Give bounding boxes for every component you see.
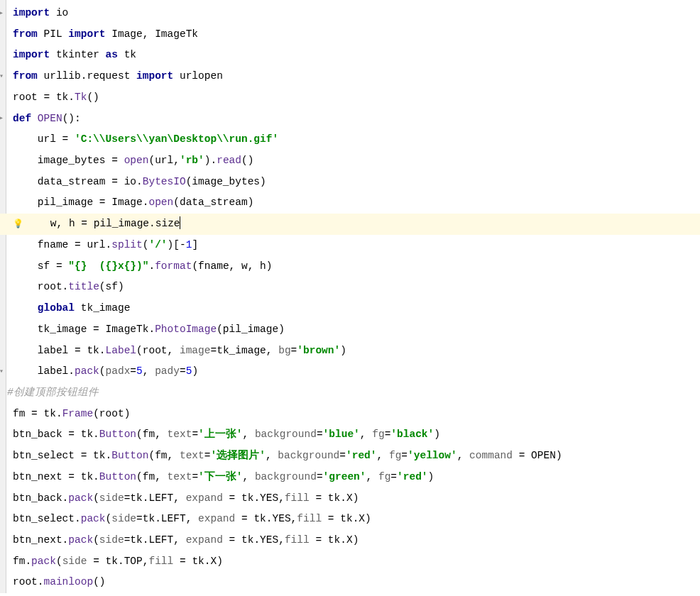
code-text: , [366, 471, 378, 482]
code-line-active[interactable]: 💡 w, h = pil_image.size [0, 214, 700, 235]
code-text: btn_select = tk. [13, 450, 111, 461]
param: text [168, 471, 192, 482]
code-text: (url, [148, 155, 180, 166]
call: mainloop [44, 576, 94, 587]
code-text: (root) [93, 408, 130, 419]
code-line[interactable]: btn_back.pack(side=tk.LEFT, expand = tk.… [0, 488, 700, 509]
call: open [124, 155, 149, 166]
call: Frame [62, 408, 94, 419]
comment: #创建顶部按钮组件 [7, 387, 99, 398]
code-text: = [192, 429, 198, 440]
code-line[interactable]: tk_image = ImageTk.PhotoImage(pil_image) [0, 319, 700, 341]
code-line[interactable]: btn_next = tk.Button(fm, text='下一张', bac… [0, 467, 700, 488]
code-text: data_stream = io. [13, 176, 143, 187]
param: fill [297, 513, 328, 524]
code-line[interactable]: btn_next.pack(side=tk.LEFT, expand = tk.… [0, 530, 700, 551]
code-text: url = [13, 133, 75, 145]
code-text: , [457, 450, 469, 461]
code-text: urllib.request [38, 70, 136, 82]
string: 'C:\\Users\\yan\Desktop\\run.gif' [75, 133, 278, 145]
code-line[interactable]: import tkinter as tk [0, 45, 700, 66]
code-text: btn_next = tk. [13, 471, 99, 482]
code-text: ). [204, 155, 217, 166]
keyword: import [13, 49, 50, 60]
call: BytesIO [143, 176, 186, 187]
code-text: btn_back = tk. [13, 429, 99, 440]
call: split [111, 239, 143, 250]
code-text: = [317, 429, 323, 440]
keyword: from [13, 70, 38, 82]
code-text: , [266, 450, 278, 461]
keyword: import [13, 7, 50, 18]
fold-icon[interactable]: ▸ [0, 111, 4, 126]
code-text [13, 302, 38, 314]
code-line[interactable]: image_bytes = open(url,'rb').read() [0, 150, 700, 172]
call: Tk [75, 92, 87, 103]
code-line[interactable]: url = 'C:\\Users\\yan\Desktop\\run.gif' [0, 129, 700, 150]
param: side [111, 513, 136, 524]
code-text: tkinter [50, 49, 105, 60]
code-line[interactable]: root = tk.Tk() [0, 87, 700, 109]
code-text: ) [340, 345, 346, 356]
code-text: , [360, 429, 372, 440]
code-line[interactable]: ▸def OPEN(): [0, 109, 700, 130]
fold-icon[interactable]: ▸ [0, 6, 4, 21]
code-line[interactable]: fm.pack(side = tk.TOP,fill = tk.X) [0, 551, 700, 573]
code-text: btn_back. [13, 492, 68, 504]
code-line[interactable]: btn_select = tk.Button(fm, text='选择图片', … [0, 446, 700, 467]
call: Label [106, 345, 137, 356]
call: pack [75, 365, 99, 377]
code-text: = tk.YES, [241, 513, 297, 524]
code-line[interactable]: from PIL import Image, ImageTk [0, 24, 700, 45]
code-line[interactable]: label = tk.Label(root, image=tk_image, b… [0, 341, 700, 362]
call: pack [68, 492, 93, 504]
code-line[interactable]: fname = url.split('/')[-1] [0, 235, 700, 256]
param: bg [278, 345, 290, 356]
param: fill [148, 556, 180, 567]
fold-icon[interactable]: ▾ [0, 365, 4, 380]
code-line[interactable]: btn_back = tk.Button(fm, text='上一张', bac… [0, 424, 700, 446]
code-line[interactable]: ▸import io [0, 3, 700, 24]
code-line[interactable]: fm = tk.Frame(root) [0, 404, 700, 425]
code-text: = tk.YES, [229, 534, 285, 546]
param: expand [186, 492, 229, 504]
code-text: = [317, 471, 323, 482]
keyword: from [13, 28, 38, 40]
code-text: )[- [168, 239, 186, 250]
code-text: ) [428, 471, 434, 482]
code-text: ( [93, 492, 99, 504]
code-line[interactable]: #创建顶部按钮组件 [0, 382, 700, 404]
param: fg [378, 471, 390, 482]
code-text: () [93, 576, 105, 587]
code-line[interactable]: pil_image = Image.open(data_stream) [0, 192, 700, 214]
code-line[interactable]: root.title(sf) [0, 277, 700, 298]
call: PhotoImage [155, 324, 217, 335]
code-line[interactable]: sf = "{} ({}x{})".format(fname, w, h) [0, 256, 700, 277]
param: image [180, 345, 211, 356]
param: fill [285, 492, 316, 504]
code-text: (root, [136, 345, 180, 356]
keyword: import [136, 70, 173, 82]
call: Button [99, 429, 136, 440]
number: 5 [136, 365, 143, 377]
code-line[interactable]: ▾ label.pack(padx=5, pady=5) [0, 361, 700, 382]
code-text: ) [434, 429, 440, 440]
code-line[interactable]: root.mainloop() [0, 572, 700, 593]
fold-icon[interactable]: ▾ [0, 70, 4, 84]
code-editor[interactable]: ▸import io from PIL import Image, ImageT… [0, 0, 700, 593]
code-text: = [192, 471, 198, 482]
code-text: (fname, w, h) [192, 260, 272, 272]
code-line[interactable]: global tk_image [0, 298, 700, 319]
code-text: (fm, [148, 450, 180, 461]
code-line[interactable]: ▾from urllib.request import urlopen [0, 66, 700, 87]
code-text: ( [99, 365, 106, 377]
code-text: sf = [13, 260, 68, 272]
call: read [217, 155, 241, 166]
string: 'rb' [180, 155, 204, 166]
code-line[interactable]: data_stream = io.BytesIO(image_bytes) [0, 172, 700, 193]
code-line[interactable]: btn_select.pack(side=tk.LEFT, expand = t… [0, 509, 700, 530]
code-text: io [50, 7, 68, 18]
lightbulb-icon[interactable]: 💡 [13, 216, 23, 233]
code-text: (pil_image) [217, 324, 285, 335]
code-text: image_bytes = [13, 155, 124, 166]
